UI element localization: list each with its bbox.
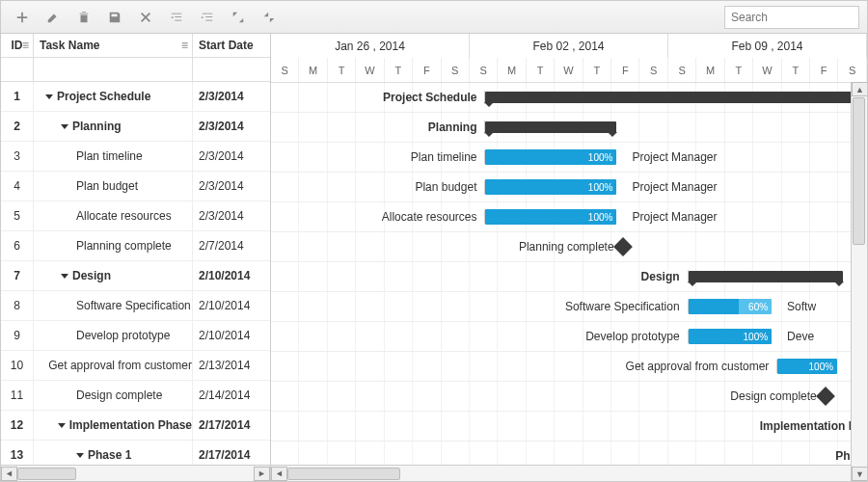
week-header: Feb 09 , 2014 [668, 34, 867, 58]
caret-down-icon[interactable] [58, 423, 66, 428]
summary-bar[interactable] [485, 92, 867, 103]
gantt-app: ID≡ Task Name≡ Start Date 1Project Sched… [0, 0, 868, 482]
scroll-down-icon[interactable]: ▼ [852, 467, 867, 481]
scroll-left-icon[interactable]: ◄ [1, 467, 17, 481]
table-row[interactable]: 12Implementation Phase2/17/2014 [1, 411, 270, 441]
col-header-task[interactable]: Task Name≡ [34, 34, 193, 57]
table-row[interactable]: 6Planning complete2/7/2014 [1, 231, 270, 261]
table-row[interactable]: 4Plan budget2/3/2014 [1, 172, 270, 201]
gantt-row: Implementation Ph [271, 412, 867, 442]
row-id: 6 [1, 231, 34, 260]
gantt-row: Planning [271, 113, 867, 143]
day-header: T [583, 58, 611, 82]
row-date: 2/13/2014 [193, 351, 270, 380]
table-row[interactable]: 3Plan timeline2/3/2014 [1, 142, 270, 172]
save-button[interactable] [101, 4, 128, 31]
bar-label: Plan budget [271, 180, 485, 194]
v-scrollbar[interactable]: ▲ ▼ [851, 82, 867, 481]
right-h-scrollbar[interactable]: ◄ ► [271, 465, 867, 481]
table-row[interactable]: 11Design complete2/14/2014 [1, 381, 270, 411]
row-task: Design complete [34, 381, 193, 410]
gantt-row: Phas [271, 442, 867, 465]
day-header: S [838, 58, 866, 82]
gantt-row: Plan timeline100%Project Manager [271, 143, 867, 173]
caret-down-icon[interactable] [45, 94, 53, 99]
delete-button[interactable] [70, 4, 97, 31]
left-h-scrollbar[interactable]: ◄ ► [1, 465, 270, 481]
row-id: 13 [1, 441, 34, 465]
row-date: 2/3/2014 [193, 82, 270, 111]
bar-label: Planning [271, 120, 485, 134]
table-row[interactable]: 13Phase 12/17/2014 [1, 441, 270, 465]
task-bar[interactable]: 60% [689, 299, 773, 314]
task-bar[interactable]: 100% [777, 359, 837, 374]
col-header-id[interactable]: ID≡ [1, 34, 34, 57]
row-date: 2/14/2014 [193, 381, 270, 410]
summary-bar[interactable] [485, 121, 616, 133]
caret-down-icon[interactable] [61, 124, 68, 129]
task-bar[interactable]: 100% [485, 149, 616, 165]
table-row[interactable]: 9Develop prototype2/10/2014 [1, 321, 270, 351]
scroll-right-icon[interactable]: ► [254, 467, 270, 481]
expand-button[interactable] [225, 4, 252, 31]
table-row[interactable]: 1Project Schedule2/3/2014 [1, 82, 270, 112]
week-header: Jan 26 , 2014 [271, 34, 470, 58]
bar-label: Design complete [556, 389, 826, 403]
row-date: 2/3/2014 [193, 172, 270, 201]
caret-down-icon[interactable] [61, 274, 68, 279]
indent-button[interactable] [194, 4, 221, 31]
day-header: W [753, 58, 781, 82]
cancel-button[interactable] [132, 4, 159, 31]
progress-label: 100% [809, 362, 834, 372]
row-task: Phase 1 [34, 441, 193, 465]
row-date: 2/17/2014 [193, 441, 270, 465]
caret-down-icon[interactable] [76, 453, 84, 458]
table-row[interactable]: 7Design2/10/2014 [1, 261, 270, 291]
task-bar[interactable]: 100% [485, 179, 616, 195]
row-task: Software Specification [34, 291, 193, 320]
scroll-left-icon[interactable]: ◄ [271, 467, 287, 481]
task-bar[interactable]: 100% [689, 329, 773, 344]
bar-label: Implementation Ph [760, 419, 863, 433]
table-row[interactable]: 8Software Specification2/10/2014 [1, 291, 270, 321]
outdent-button[interactable] [163, 4, 190, 31]
gantt-row: Software Specification60%Softw [271, 292, 867, 322]
bar-label: Project Schedule [271, 91, 485, 104]
day-header: F [611, 58, 639, 82]
add-button[interactable] [9, 4, 36, 31]
row-id: 11 [1, 381, 34, 410]
assignee-label: Deve [772, 330, 814, 343]
gantt-row: Allocate resources100%Project Manager [271, 202, 867, 232]
progress-label: 100% [588, 212, 613, 223]
progress-label: 100% [588, 152, 613, 163]
day-header: M [299, 58, 327, 82]
table-row[interactable]: 5Allocate resources2/3/2014 [1, 201, 270, 231]
gantt-row: Planning complete [271, 232, 867, 262]
row-date: 2/7/2014 [193, 231, 270, 260]
collapse-button[interactable] [256, 4, 283, 31]
day-header: T [725, 58, 753, 82]
row-date: 2/3/2014 [193, 142, 270, 171]
table-row[interactable]: 10Get approval from customer2/13/2014 [1, 351, 270, 381]
day-header: W [356, 58, 384, 82]
menu-icon[interactable]: ≡ [181, 39, 188, 52]
row-id: 3 [1, 142, 34, 171]
edit-button[interactable] [40, 4, 67, 31]
gantt-row: Design [271, 262, 867, 292]
summary-bar[interactable] [689, 271, 844, 282]
table-row[interactable]: 2Planning2/3/2014 [1, 112, 270, 142]
task-bar[interactable]: 100% [485, 209, 616, 225]
menu-icon[interactable]: ≡ [22, 39, 29, 52]
search-input[interactable] [724, 6, 859, 29]
progress-label: 60% [748, 302, 768, 312]
gantt-row: Get approval from customer100% [271, 352, 867, 382]
row-task: Project Schedule [34, 82, 193, 111]
row-task: Planning [34, 112, 193, 141]
day-header: F [413, 58, 441, 82]
row-id: 1 [1, 82, 34, 111]
scroll-up-icon[interactable]: ▲ [852, 82, 867, 96]
week-header: Feb 02 , 2014 [470, 34, 668, 58]
col-header-start[interactable]: Start Date [193, 34, 270, 57]
day-header: T [328, 58, 356, 82]
row-id: 7 [1, 261, 34, 290]
